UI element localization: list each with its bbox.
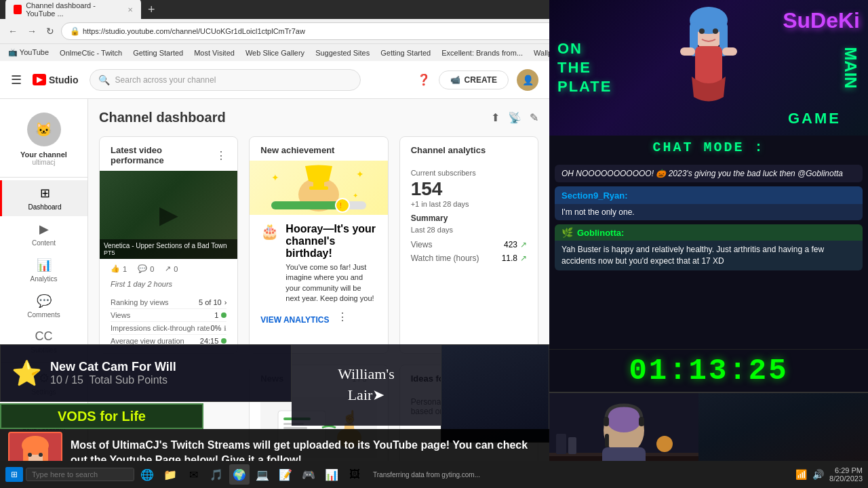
svg-point-32 [656,436,673,452]
williams-lair-text: William's Lair➤ [338,364,395,406]
tab-label: Channel dashboard - YouTube ... [26,1,121,18]
views-value: 1 [214,311,226,319]
ctr-info-icon[interactable]: ℹ [224,325,226,332]
taskbar-icon-folder[interactable]: 📁 [160,464,180,485]
dashboard-header: Channel dashboard ⬆ 📡 ✎ [99,110,538,125]
taskbar-sound-icon[interactable]: 🔊 [812,469,824,480]
chat-msg-goblinotta: 🌿 Goblinotta: Yah Buster is happy and re… [555,224,863,270]
taskbar-icon-app4[interactable]: 📊 [321,464,342,485]
taskbar-icon-app2[interactable]: 📝 [275,464,296,485]
svg-rect-36 [604,417,609,426]
taskbar-icon-app5[interactable]: 🖼 [344,464,365,485]
taskbar-icons: 🌐 📁 ✉ 🎵 🌍 💻 📝 🎮 📊 🖼 [137,464,365,485]
tab-close-btn[interactable]: ✕ [127,6,133,14]
view-analytics-btn[interactable]: VIEW ANALYTICS [260,315,329,325]
summary-title: Summary [411,214,527,223]
sub-goal-separator: / [65,374,71,386]
help-icon[interactable]: ❓ [417,73,431,86]
bookmark-suggested[interactable]: Suggested Sites [313,47,372,58]
start-button[interactable]: ⊞ [5,467,23,482]
lair-label: Lair➤ [338,385,395,406]
taskbar-network-icon[interactable]: 📶 [795,469,807,480]
bookmark-youtube[interactable]: 📺 YouTube [5,47,52,58]
achievement-body: 🎂 Hooray—It's your channel's birthday! Y… [250,215,387,333]
achievement-more-btn[interactable]: ⋮ [337,310,348,323]
create-button[interactable]: 📹 CREATE [439,70,509,89]
watch-summary-row: Watch time (hours) 11.8 ↗ [411,251,527,265]
sub-goal-name: New Cat Cam For Will [50,360,176,373]
taskbar-icon-browser[interactable]: 🌍 [229,464,250,485]
ctr-count: 0% [210,324,221,332]
svg-point-25 [699,28,705,34]
left-game-text: ON THE PLATE [557,40,612,96]
active-tab[interactable]: Channel dashboard - YouTube ... ✕ [5,0,141,20]
bookmark-web-slice[interactable]: Web Slice Gallery [243,47,307,58]
video-thumbnail[interactable]: ▶ Venetica - Upper Sections of a Bad Tow… [100,171,237,259]
sub-goal-bar: ⭐ New Cat Cam For Will 10 / 15 Total Sub… [0,344,292,402]
taskbar-icon-app1[interactable]: 💻 [252,464,273,485]
username-bubble-goblinotta: 🌿 Goblinotta: [555,224,863,241]
svg-rect-37 [639,417,644,426]
svg-point-26 [713,28,718,34]
page-title: Channel dashboard [99,110,226,125]
watch-metric-icon: ↗ [520,253,527,263]
studio-search-bar[interactable]: 🔍 Search across your channel [90,69,361,91]
sidebar-item-content[interactable]: ▶ Content [0,216,87,252]
svg-point-45 [39,453,43,457]
taskbar-icon-chrome[interactable]: 🌐 [137,464,157,485]
ctr-row: Impressions click-through rate 0% ℹ [111,322,226,335]
star-icon: ⭐ [12,359,42,388]
sidebar-label-analytics: Analytics [30,275,57,283]
upload-btn[interactable]: ⬆ [491,111,500,124]
taskbar-icon-app3[interactable]: 🎮 [298,464,319,485]
taskbar-search-input[interactable] [26,468,134,481]
video-title-text: Venetica - Upper Sections of a Bad Town [104,242,233,249]
sidebar-item-analytics[interactable]: 📊 Analytics [0,252,87,288]
game-character-area [668,5,749,130]
thumbs-up-icon: 👍 [111,264,120,273]
sidebar-item-comments[interactable]: 💬 Comments [0,288,87,324]
ranking-count: 5 of 10 [199,298,222,306]
taskbar-right: 📶 🔊 6:29 PM 8/20/2023 [795,466,863,483]
avatar-btn[interactable]: 👤 [517,69,538,91]
channel-avatar[interactable]: 🐱 [27,113,61,146]
duration-green-dot [221,338,226,344]
studio-header: ☰ ▶ Studio 🔍 Search across your channel … [0,61,549,99]
bookmark-brands[interactable]: Excellent: Brands from... [439,47,526,58]
taskbar-time: 6:29 PM 8/20/2023 [829,466,863,483]
taskbar-icon-mail[interactable]: ✉ [183,464,203,485]
go-live-btn[interactable]: 📡 [508,111,521,124]
bookmark-getting-started[interactable]: Getting Started [130,47,186,58]
sidebar-item-dashboard[interactable]: ⊞ Dashboard [0,180,87,216]
reload-btn[interactable]: ↻ [43,23,57,39]
analytics-body: Current subscribers 154 +1 in last 28 da… [400,161,538,273]
bookmark-most-visited[interactable]: Most Visited [191,47,237,58]
views-metric-icon: ↗ [520,240,527,249]
taskbar-time-display: 6:29 PM [829,466,863,474]
achievement-desc-text: You've come so far! Just imagine where y… [285,262,376,304]
views-summary-count: 423 [504,240,517,249]
sidebar-label-content: Content [32,239,56,247]
taskbar-icon-media[interactable]: 🎵 [206,464,226,485]
game-logo-area: SuDeKi [783,8,860,33]
sub-goal-text-area: New Cat Cam For Will 10 / 15 Total Sub P… [50,360,176,386]
analytics-card-header: Channel analytics [400,137,538,161]
comments-stat: 💬 0 [138,264,154,273]
comment-icon: 💬 [138,264,147,273]
svg-rect-30 [556,434,566,454]
posts-btn[interactable]: ✎ [530,111,538,124]
watch-summary-value: 11.8 ↗ [502,253,527,263]
bookmark-getting-started2[interactable]: Getting Started [378,47,433,58]
new-tab-btn[interactable]: + [144,3,159,17]
bookmark-twitch[interactable]: OnlmeCtic - Twitch [57,47,125,58]
sub-goal-progress: 10 / 15 Total Sub Points [50,374,176,386]
hamburger-menu-btn[interactable]: ☰ [11,73,22,87]
back-btn[interactable]: ← [5,23,20,39]
latest-video-more-btn[interactable]: ⋮ [216,149,226,162]
forward-btn[interactable]: → [24,23,39,39]
ctr-label: Impressions click-through rate [111,324,210,332]
summary-period: Last 28 days [411,226,527,234]
sudeki-logo: SuDeKi [783,8,860,33]
video-pt-text: PT5 [104,249,233,256]
stream-webcam-feed [441,345,549,442]
